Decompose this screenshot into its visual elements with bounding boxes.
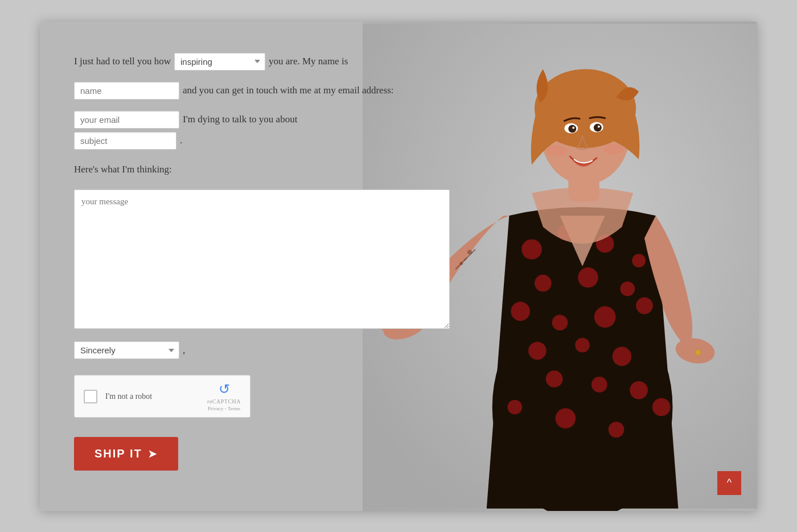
scroll-up-button[interactable]: ^ [717,471,741,495]
name-input[interactable] [74,82,179,100]
svg-point-8 [578,267,598,287]
svg-point-12 [594,306,616,328]
svg-point-20 [507,399,522,414]
svg-point-10 [511,302,530,321]
subject-end: . [180,132,182,150]
closing-comma: , [183,345,185,356]
captcha-label: I'm not a robot [105,392,199,401]
intro-text-2: you are. My name is [269,53,348,71]
svg-point-15 [575,337,590,352]
contact-text: and you can get in touch with me at my e… [183,82,394,100]
svg-point-25 [467,250,472,254]
svg-point-14 [528,341,547,360]
recaptcha-widget[interactable]: I'm not a robot ↺ reCAPTCHA Privacy - Te… [74,375,250,418]
svg-point-7 [535,274,552,291]
form-area: I just had to tell you how inspiring ama… [40,22,434,502]
svg-point-36 [594,123,602,131]
recaptcha-brand: reCAPTCHA [207,398,241,405]
page-container: I just had to tell you how inspiring ama… [40,22,757,511]
svg-point-9 [620,281,635,296]
svg-point-41 [695,349,701,355]
svg-point-22 [609,422,625,438]
svg-point-13 [636,297,653,314]
recaptcha-links: Privacy - Terms [208,406,240,411]
subject-text: I'm dying to talk to you about [183,111,297,129]
submit-label: SHIP IT [95,447,142,460]
svg-point-35 [568,125,576,133]
closing-select[interactable]: Sincerely Warmly Cheers Best Regards [74,341,179,359]
sentence-line-1: I just had to tell you how inspiring ama… [74,53,400,71]
send-icon: ➤ [148,448,158,460]
message-textarea[interactable] [74,189,450,329]
closing-line: Sincerely Warmly Cheers Best Regards , [74,341,400,359]
submit-button[interactable]: SHIP IT ➤ [74,437,178,471]
recaptcha-logo: ↺ reCAPTCHA Privacy - Terms [207,381,241,411]
svg-point-38 [598,125,600,127]
svg-point-3 [521,239,542,259]
svg-point-11 [552,315,568,331]
sentence-line-2: and you can get in touch with me at my e… [74,82,400,100]
svg-point-21 [556,408,576,428]
thinking-label-line: Here's what I'm thinking: [74,161,400,179]
thinking-label: Here's what I'm thinking: [74,161,172,179]
svg-point-40 [603,143,624,155]
captcha-checkbox[interactable] [84,390,97,403]
svg-point-17 [546,370,563,387]
svg-point-16 [613,347,632,366]
scroll-up-icon: ^ [727,477,732,489]
recaptcha-icon: ↺ [219,381,230,397]
svg-point-39 [547,145,568,156]
svg-point-6 [632,254,646,267]
svg-point-18 [591,377,607,393]
svg-point-37 [572,126,574,129]
svg-point-26 [459,262,463,265]
email-input[interactable] [74,111,179,129]
adjective-select[interactable]: inspiring amazing awesome brilliant wond… [174,53,265,71]
svg-point-23 [652,398,671,416]
svg-point-19 [630,381,648,399]
intro-text-1: I just had to tell you how [74,53,171,71]
sentence-line-3: I'm dying to talk to you about . [74,111,400,150]
subject-input[interactable] [74,132,176,150]
